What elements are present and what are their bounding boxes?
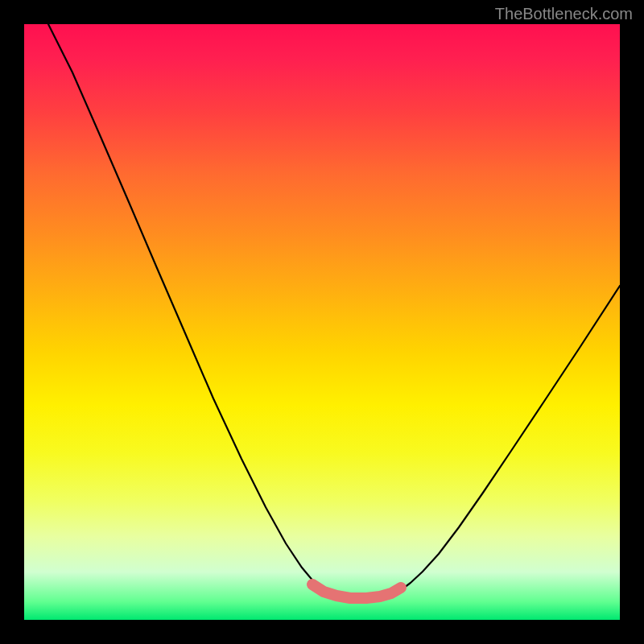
highlight-segment bbox=[312, 584, 401, 598]
watermark-text: TheBottleneck.com bbox=[495, 5, 633, 23]
bottleneck-curve bbox=[48, 24, 620, 598]
curve-layer bbox=[24, 24, 620, 620]
plot-area bbox=[24, 24, 620, 620]
